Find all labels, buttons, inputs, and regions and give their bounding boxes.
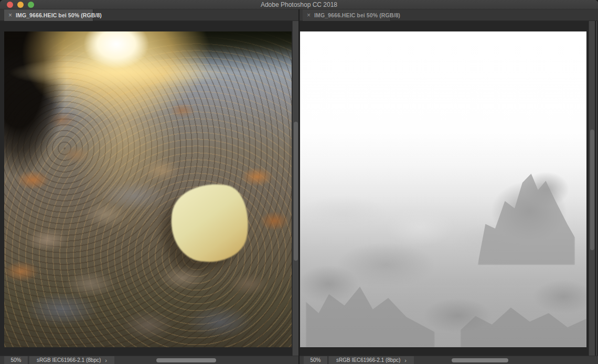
photoshop-window: Adobe Photoshop CC 2018 × IMG_9666.HEIC … — [0, 0, 598, 364]
depth-blob-shape — [461, 291, 586, 347]
document-tab-right[interactable]: × IMG_9666.HEIC bei 50% (RGB/8) — [303, 9, 391, 21]
zoom-window-button[interactable] — [28, 2, 34, 8]
zoom-level-field-left[interactable]: 50% — [4, 356, 28, 364]
status-info-dropdown-right[interactable]: sRGB IEC61966-2.1 (8bpc) › — [329, 356, 414, 364]
document-window-depth-map: × IMG_9666.HEIC bei 50% (RGB/8) 50% sRGB… — [298, 9, 598, 364]
depth-blob-shape — [306, 272, 435, 347]
tab-label-right: IMG_9666.HEIC bei 50% (RGB/8) — [314, 12, 400, 18]
status-bar-right: 50% sRGB IEC61966-2.1 (8bpc) › — [300, 356, 598, 364]
canvas-area-right — [300, 21, 598, 356]
chevron-right-icon: › — [105, 358, 107, 363]
horizontal-scroll-thumb-right[interactable] — [452, 358, 508, 362]
photo-canvas-leaves[interactable] — [4, 31, 292, 347]
document-tab-left[interactable]: × IMG_9666.HEIC bei 50% (RGB/8) — [4, 9, 93, 21]
close-tab-icon[interactable]: × — [8, 12, 12, 18]
vertical-scroll-thumb-left[interactable] — [294, 122, 298, 261]
horizontal-scroll-thumb-left[interactable] — [156, 358, 216, 362]
close-window-button[interactable] — [7, 2, 13, 8]
photo-canvas-depth-map[interactable] — [300, 31, 586, 347]
vertical-scrollbar-left[interactable] — [292, 21, 298, 356]
depth-blob-shape — [478, 174, 575, 265]
traffic-lights — [7, 2, 34, 8]
tab-bar-right: × IMG_9666.HEIC bei 50% (RGB/8) — [300, 9, 598, 21]
window-title-bar[interactable]: Adobe Photoshop CC 2018 — [0, 0, 598, 9]
canvas-area-left — [0, 21, 298, 356]
zoom-level-field-right[interactable]: 50% — [304, 356, 328, 364]
document-window-photo: × IMG_9666.HEIC bei 50% (RGB/8) 50% sRGB… — [0, 9, 298, 364]
vertical-scroll-thumb-right[interactable] — [590, 130, 594, 250]
close-tab-icon[interactable]: × — [307, 12, 311, 18]
color-profile-label-right: sRGB IEC61966-2.1 (8bpc) — [336, 357, 400, 363]
status-info-dropdown-left[interactable]: sRGB IEC61966-2.1 (8bpc) › — [29, 356, 114, 364]
minimize-window-button[interactable] — [17, 2, 24, 8]
tab-label-left: IMG_9666.HEIC bei 50% (RGB/8) — [16, 12, 102, 18]
tab-bar-left: × IMG_9666.HEIC bei 50% (RGB/8) — [0, 9, 298, 21]
highlight-leaf-shape — [165, 177, 254, 267]
color-profile-label-left: sRGB IEC61966-2.1 (8bpc) — [37, 357, 101, 363]
status-bar-left: 50% sRGB IEC61966-2.1 (8bpc) › — [0, 356, 298, 364]
window-title: Adobe Photoshop CC 2018 — [0, 0, 598, 9]
vertical-scrollbar-right[interactable] — [589, 21, 595, 356]
document-area: × IMG_9666.HEIC bei 50% (RGB/8) 50% sRGB… — [0, 9, 598, 364]
chevron-right-icon: › — [404, 358, 407, 363]
